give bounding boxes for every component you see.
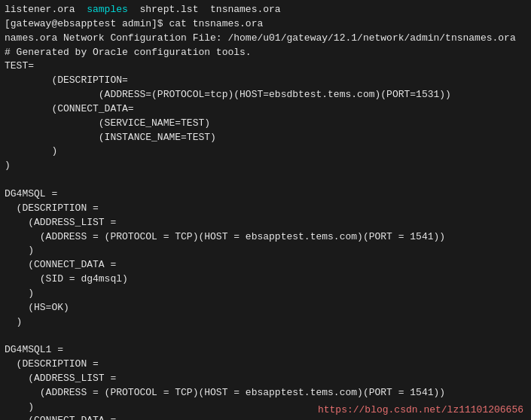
terminal-line-12: ) [5,159,526,173]
terminal-line-22: (HS=OK) [5,301,526,315]
terminal-line-27: (ADDRESS_LIST = [5,372,526,386]
terminal-line-21: ) [5,287,526,301]
terminal-line-13 [5,173,526,187]
terminal-line-14: DG4MSQL = [5,187,526,202]
terminal-line-1: listener.ora samples shrept.lst tnsnames… [5,3,526,17]
terminal-line-20: (SID = dg4msql) [5,272,526,287]
watermark-text: https://blog.csdn.net/lz11101206656 [318,404,523,415]
terminal-line-9: (SERVICE_NAME=TEST) [5,117,526,131]
terminal-line-11: ) [5,145,526,159]
terminal-line-15: (DESCRIPTION = [5,202,526,216]
terminal-line-24 [5,329,526,343]
terminal-line-5: TEST= [5,59,526,74]
terminal-line-6: (DESCRIPTION= [5,74,526,88]
terminal-line-19: (CONNECT_DATA = [5,258,526,272]
terminal-line-25: DG4MSQL1 = [5,343,526,358]
terminal-line-3: names.ora Network Configuration File: /h… [5,32,526,46]
terminal-line-8: (CONNECT_DATA= [5,102,526,117]
terminal-line-17: (ADDRESS = (PROTOCOL = TCP)(HOST = ebsap… [5,230,526,245]
terminal-line-28: (ADDRESS = (PROTOCOL = TCP)(HOST = ebsap… [5,386,526,400]
terminal-line-2: [gateway@ebsapptest admin]$ cat tnsnames… [5,17,526,32]
terminal-line-18: ) [5,244,526,258]
terminal-window: listener.ora samples shrept.lst tnsnames… [0,0,531,420]
terminal-line-23: ) [5,315,526,330]
terminal-line-16: (ADDRESS_LIST = [5,216,526,230]
terminal-line-26: (DESCRIPTION = [5,358,526,372]
terminal-line-4: # Generated by Oracle configuration tool… [5,46,526,60]
terminal-line-7: (ADDRESS=(PROTOCOL=tcp)(HOST=ebsdbtest.t… [5,88,526,102]
terminal-line-10: (INSTANCE_NAME=TEST) [5,131,526,145]
